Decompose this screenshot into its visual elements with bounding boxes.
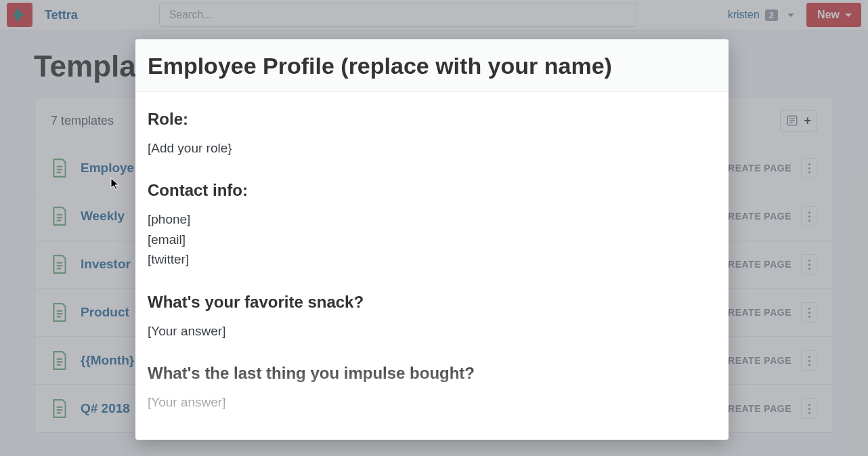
section-text: [twitter] — [148, 249, 716, 269]
modal-header: Employee Profile (replace with your name… — [135, 39, 729, 92]
section-text: [Your answer] — [148, 392, 716, 412]
modal-body: Role: [Add your role} Contact info: [pho… — [135, 92, 729, 440]
section-text: [phone] — [148, 209, 716, 229]
section-heading: What's the last thing you impulse bought… — [148, 364, 716, 383]
section-text: [Add your role} — [148, 138, 716, 158]
modal-title: Employee Profile (replace with your name… — [148, 53, 716, 79]
section-text: [email] — [148, 230, 716, 249]
section-text: [Your answer] — [148, 321, 716, 341]
section-heading: Role: — [148, 110, 716, 129]
template-preview-modal: Employee Profile (replace with your name… — [135, 39, 729, 440]
section-heading: What's your favorite snack? — [148, 293, 716, 312]
section-heading: Contact info: — [148, 181, 716, 200]
